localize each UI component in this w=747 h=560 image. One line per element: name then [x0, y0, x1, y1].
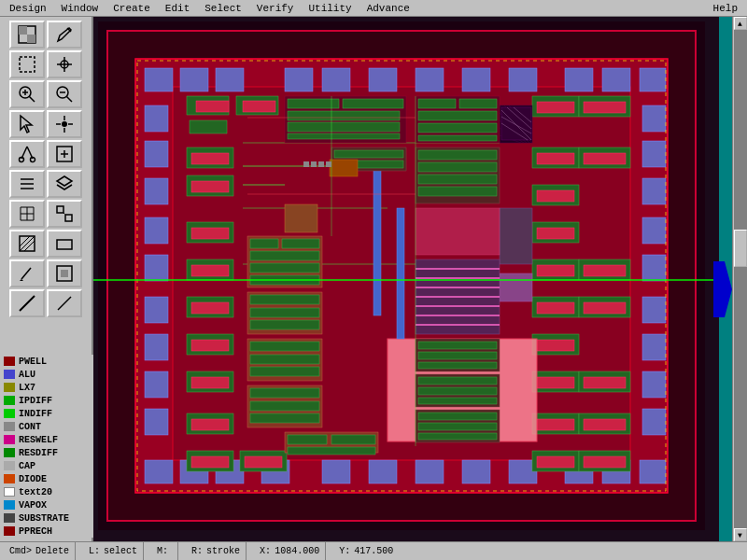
- layer-color-diode: [4, 474, 15, 483]
- l-section: L: select: [83, 542, 144, 560]
- layer-alu[interactable]: ALU: [0, 368, 93, 381]
- menu-window[interactable]: Window: [54, 2, 106, 15]
- scroll-thumb[interactable]: [734, 230, 747, 267]
- x-section: X: 1084.000: [254, 542, 326, 560]
- menu-utility[interactable]: Utility: [301, 2, 359, 15]
- cut-btn[interactable]: [9, 140, 45, 168]
- layer-pprech[interactable]: PPRECH: [0, 525, 93, 538]
- menu-edit[interactable]: Edit: [158, 2, 197, 15]
- svg-rect-239: [330, 160, 358, 176]
- svg-rect-141: [584, 302, 626, 314]
- grid-btn[interactable]: [9, 200, 45, 228]
- svg-rect-96: [642, 255, 666, 281]
- layer-name-diode: DIODE: [19, 474, 47, 484]
- pencil-btn[interactable]: [9, 259, 45, 287]
- layer-color-text20: [4, 487, 15, 497]
- svg-rect-68: [565, 68, 593, 91]
- svg-rect-75: [322, 460, 350, 483]
- layer-color-substrate: [4, 513, 15, 523]
- hatch-btn[interactable]: [9, 230, 45, 258]
- layer-substrate[interactable]: SUBSTRATE: [0, 511, 93, 525]
- layer-cont[interactable]: CONT: [0, 420, 93, 433]
- blue-arrow-indicator: [713, 261, 732, 317]
- svg-rect-203: [418, 111, 497, 120]
- menu-advance[interactable]: Advance: [359, 2, 417, 15]
- menu-create[interactable]: Create: [106, 2, 158, 15]
- snap-btn[interactable]: [47, 200, 82, 228]
- svg-rect-125: [584, 102, 626, 113]
- vertical-scrollbar[interactable]: ▲ ▼: [732, 17, 747, 541]
- diagonal-btn[interactable]: [9, 289, 45, 317]
- select-box-btn[interactable]: [9, 50, 45, 78]
- layer-pwell[interactable]: PWELL: [0, 355, 93, 368]
- svg-rect-143: [537, 340, 574, 351]
- svg-marker-16: [21, 116, 32, 133]
- svg-rect-64: [369, 68, 397, 91]
- layer-ipdiff[interactable]: IPDIFF: [0, 394, 93, 407]
- svg-rect-210: [418, 150, 497, 160]
- scroll-down-button[interactable]: ▼: [734, 528, 747, 541]
- layer-name-indiff: INDIFF: [19, 409, 52, 419]
- svg-rect-127: [537, 153, 574, 164]
- svg-rect-92: [642, 105, 666, 132]
- svg-rect-198: [288, 122, 400, 132]
- menu-select[interactable]: Select: [197, 2, 249, 15]
- svg-rect-94: [642, 178, 666, 204]
- layer-reswelf[interactable]: RESWELF: [0, 433, 93, 446]
- pointer-btn[interactable]: [9, 110, 45, 138]
- zoom-out-btn[interactable]: [47, 80, 82, 108]
- svg-rect-113: [191, 265, 229, 276]
- canvas-area[interactable]: [93, 17, 719, 541]
- layer-text20[interactable]: text20: [0, 485, 93, 498]
- svg-rect-228: [418, 377, 497, 385]
- svg-rect-238: [288, 447, 375, 455]
- center-btn[interactable]: [47, 110, 82, 138]
- layer-indiff[interactable]: INDIFF: [0, 407, 93, 420]
- scroll-track[interactable]: [734, 30, 747, 528]
- svg-rect-147: [584, 377, 626, 388]
- menu-help[interactable]: Help: [706, 2, 745, 15]
- svg-rect-149: [537, 419, 574, 430]
- y-value: 417.500: [354, 546, 393, 556]
- tool-row-6: [9, 170, 82, 198]
- add-btn[interactable]: [47, 140, 82, 168]
- svg-rect-85: [145, 178, 168, 204]
- svg-line-47: [21, 268, 31, 279]
- layer-cap[interactable]: CAP: [0, 459, 93, 472]
- svg-rect-191: [250, 388, 319, 398]
- cmd-value: Delete: [35, 546, 69, 556]
- layer-lx7[interactable]: LX7: [0, 381, 93, 394]
- menu-verify[interactable]: Verify: [249, 2, 302, 15]
- edit-tool-btn[interactable]: [47, 21, 82, 49]
- layer-color-resdiff: [4, 448, 15, 457]
- cross-tool-btn[interactable]: [47, 50, 82, 78]
- layer-name-vapox: VAPOX: [19, 500, 47, 511]
- layer-name-substrate: SUBSTRATE: [19, 513, 69, 524]
- layout-tool-btn[interactable]: [9, 21, 45, 49]
- svg-rect-93: [642, 141, 666, 167]
- x-label: X:: [260, 546, 271, 556]
- list-btn[interactable]: [9, 170, 45, 198]
- svg-rect-86: [145, 217, 168, 244]
- box2-btn[interactable]: [47, 230, 82, 258]
- measure-btn[interactable]: [47, 289, 82, 317]
- layer-color-cap: [4, 461, 15, 470]
- svg-rect-5: [20, 57, 35, 72]
- svg-rect-199: [288, 133, 400, 139]
- rect2-btn[interactable]: [47, 259, 82, 287]
- scroll-up-button[interactable]: ▲: [734, 17, 747, 30]
- layer-resdiff[interactable]: RESDIFF: [0, 446, 93, 459]
- svg-rect-187: [250, 342, 319, 351]
- zoom-in-btn[interactable]: [9, 80, 45, 108]
- layer-btn[interactable]: [47, 170, 82, 198]
- svg-rect-121: [191, 419, 229, 430]
- y-label: Y:: [339, 546, 350, 556]
- svg-rect-77: [416, 460, 444, 483]
- layer-diode[interactable]: DIODE: [0, 472, 93, 485]
- menu-design[interactable]: Design: [2, 2, 54, 15]
- svg-line-10: [29, 96, 35, 102]
- layer-vapox[interactable]: VAPOX: [0, 498, 93, 511]
- layer-color-ipdiff: [4, 396, 15, 405]
- svg-rect-99: [642, 371, 666, 398]
- svg-rect-185: [250, 320, 319, 329]
